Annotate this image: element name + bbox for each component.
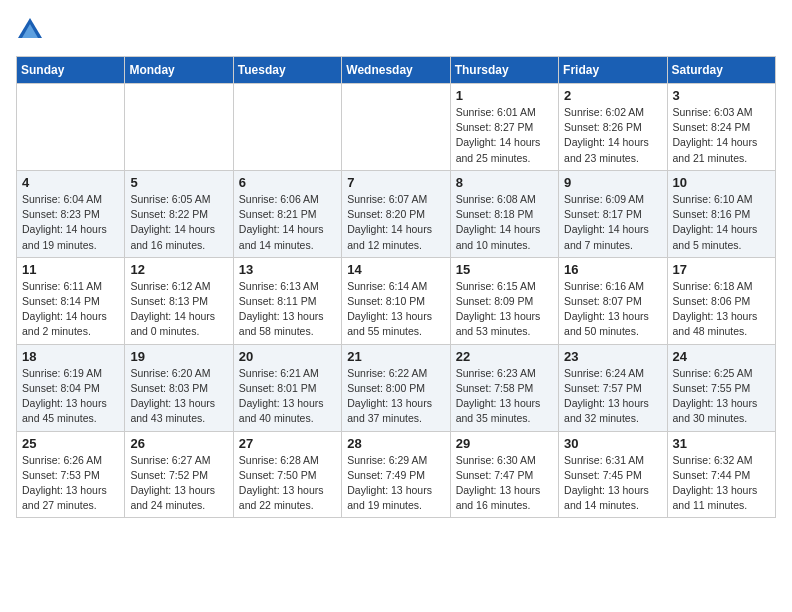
calendar-cell: 20Sunrise: 6:21 AM Sunset: 8:01 PM Dayli… xyxy=(233,344,341,431)
day-number: 9 xyxy=(564,175,661,190)
day-number: 20 xyxy=(239,349,336,364)
day-number: 23 xyxy=(564,349,661,364)
day-info: Sunrise: 6:30 AM Sunset: 7:47 PM Dayligh… xyxy=(456,453,553,514)
calendar-week-row: 4Sunrise: 6:04 AM Sunset: 8:23 PM Daylig… xyxy=(17,170,776,257)
day-number: 28 xyxy=(347,436,444,451)
day-number: 15 xyxy=(456,262,553,277)
day-number: 4 xyxy=(22,175,119,190)
calendar-cell: 30Sunrise: 6:31 AM Sunset: 7:45 PM Dayli… xyxy=(559,431,667,518)
day-info: Sunrise: 6:15 AM Sunset: 8:09 PM Dayligh… xyxy=(456,279,553,340)
calendar-cell: 18Sunrise: 6:19 AM Sunset: 8:04 PM Dayli… xyxy=(17,344,125,431)
day-number: 11 xyxy=(22,262,119,277)
day-number: 26 xyxy=(130,436,227,451)
calendar-table: SundayMondayTuesdayWednesdayThursdayFrid… xyxy=(16,56,776,518)
day-number: 8 xyxy=(456,175,553,190)
weekday-header-sunday: Sunday xyxy=(17,57,125,84)
day-number: 30 xyxy=(564,436,661,451)
day-info: Sunrise: 6:27 AM Sunset: 7:52 PM Dayligh… xyxy=(130,453,227,514)
day-number: 18 xyxy=(22,349,119,364)
day-info: Sunrise: 6:24 AM Sunset: 7:57 PM Dayligh… xyxy=(564,366,661,427)
weekday-header-thursday: Thursday xyxy=(450,57,558,84)
calendar-cell: 2Sunrise: 6:02 AM Sunset: 8:26 PM Daylig… xyxy=(559,84,667,171)
calendar-cell xyxy=(125,84,233,171)
day-info: Sunrise: 6:14 AM Sunset: 8:10 PM Dayligh… xyxy=(347,279,444,340)
day-info: Sunrise: 6:29 AM Sunset: 7:49 PM Dayligh… xyxy=(347,453,444,514)
day-info: Sunrise: 6:12 AM Sunset: 8:13 PM Dayligh… xyxy=(130,279,227,340)
weekday-header-saturday: Saturday xyxy=(667,57,775,84)
day-info: Sunrise: 6:05 AM Sunset: 8:22 PM Dayligh… xyxy=(130,192,227,253)
calendar-cell xyxy=(342,84,450,171)
day-info: Sunrise: 6:23 AM Sunset: 7:58 PM Dayligh… xyxy=(456,366,553,427)
calendar-cell: 15Sunrise: 6:15 AM Sunset: 8:09 PM Dayli… xyxy=(450,257,558,344)
day-info: Sunrise: 6:21 AM Sunset: 8:01 PM Dayligh… xyxy=(239,366,336,427)
calendar-cell: 28Sunrise: 6:29 AM Sunset: 7:49 PM Dayli… xyxy=(342,431,450,518)
calendar-cell: 23Sunrise: 6:24 AM Sunset: 7:57 PM Dayli… xyxy=(559,344,667,431)
calendar-cell: 1Sunrise: 6:01 AM Sunset: 8:27 PM Daylig… xyxy=(450,84,558,171)
logo xyxy=(16,16,48,44)
day-number: 24 xyxy=(673,349,770,364)
day-info: Sunrise: 6:13 AM Sunset: 8:11 PM Dayligh… xyxy=(239,279,336,340)
calendar-cell: 11Sunrise: 6:11 AM Sunset: 8:14 PM Dayli… xyxy=(17,257,125,344)
calendar-week-row: 25Sunrise: 6:26 AM Sunset: 7:53 PM Dayli… xyxy=(17,431,776,518)
calendar-cell: 24Sunrise: 6:25 AM Sunset: 7:55 PM Dayli… xyxy=(667,344,775,431)
day-number: 14 xyxy=(347,262,444,277)
calendar-week-row: 18Sunrise: 6:19 AM Sunset: 8:04 PM Dayli… xyxy=(17,344,776,431)
day-info: Sunrise: 6:18 AM Sunset: 8:06 PM Dayligh… xyxy=(673,279,770,340)
day-number: 5 xyxy=(130,175,227,190)
day-number: 19 xyxy=(130,349,227,364)
day-info: Sunrise: 6:08 AM Sunset: 8:18 PM Dayligh… xyxy=(456,192,553,253)
day-number: 3 xyxy=(673,88,770,103)
calendar-cell: 8Sunrise: 6:08 AM Sunset: 8:18 PM Daylig… xyxy=(450,170,558,257)
day-number: 21 xyxy=(347,349,444,364)
day-number: 1 xyxy=(456,88,553,103)
calendar-cell: 13Sunrise: 6:13 AM Sunset: 8:11 PM Dayli… xyxy=(233,257,341,344)
weekday-header-friday: Friday xyxy=(559,57,667,84)
day-number: 13 xyxy=(239,262,336,277)
day-info: Sunrise: 6:31 AM Sunset: 7:45 PM Dayligh… xyxy=(564,453,661,514)
calendar-cell: 7Sunrise: 6:07 AM Sunset: 8:20 PM Daylig… xyxy=(342,170,450,257)
day-info: Sunrise: 6:25 AM Sunset: 7:55 PM Dayligh… xyxy=(673,366,770,427)
calendar-cell: 9Sunrise: 6:09 AM Sunset: 8:17 PM Daylig… xyxy=(559,170,667,257)
day-info: Sunrise: 6:07 AM Sunset: 8:20 PM Dayligh… xyxy=(347,192,444,253)
page-header xyxy=(16,16,776,44)
day-number: 25 xyxy=(22,436,119,451)
calendar-cell: 29Sunrise: 6:30 AM Sunset: 7:47 PM Dayli… xyxy=(450,431,558,518)
day-info: Sunrise: 6:01 AM Sunset: 8:27 PM Dayligh… xyxy=(456,105,553,166)
day-number: 27 xyxy=(239,436,336,451)
day-info: Sunrise: 6:10 AM Sunset: 8:16 PM Dayligh… xyxy=(673,192,770,253)
calendar-cell xyxy=(17,84,125,171)
day-number: 6 xyxy=(239,175,336,190)
calendar-cell: 12Sunrise: 6:12 AM Sunset: 8:13 PM Dayli… xyxy=(125,257,233,344)
calendar-cell: 21Sunrise: 6:22 AM Sunset: 8:00 PM Dayli… xyxy=(342,344,450,431)
calendar-cell: 27Sunrise: 6:28 AM Sunset: 7:50 PM Dayli… xyxy=(233,431,341,518)
day-info: Sunrise: 6:20 AM Sunset: 8:03 PM Dayligh… xyxy=(130,366,227,427)
calendar-cell: 22Sunrise: 6:23 AM Sunset: 7:58 PM Dayli… xyxy=(450,344,558,431)
calendar-cell: 19Sunrise: 6:20 AM Sunset: 8:03 PM Dayli… xyxy=(125,344,233,431)
weekday-header-row: SundayMondayTuesdayWednesdayThursdayFrid… xyxy=(17,57,776,84)
day-number: 12 xyxy=(130,262,227,277)
calendar-cell: 3Sunrise: 6:03 AM Sunset: 8:24 PM Daylig… xyxy=(667,84,775,171)
day-info: Sunrise: 6:02 AM Sunset: 8:26 PM Dayligh… xyxy=(564,105,661,166)
day-info: Sunrise: 6:28 AM Sunset: 7:50 PM Dayligh… xyxy=(239,453,336,514)
day-number: 17 xyxy=(673,262,770,277)
day-info: Sunrise: 6:11 AM Sunset: 8:14 PM Dayligh… xyxy=(22,279,119,340)
day-info: Sunrise: 6:19 AM Sunset: 8:04 PM Dayligh… xyxy=(22,366,119,427)
calendar-cell: 31Sunrise: 6:32 AM Sunset: 7:44 PM Dayli… xyxy=(667,431,775,518)
calendar-cell: 5Sunrise: 6:05 AM Sunset: 8:22 PM Daylig… xyxy=(125,170,233,257)
day-number: 29 xyxy=(456,436,553,451)
weekday-header-wednesday: Wednesday xyxy=(342,57,450,84)
day-number: 31 xyxy=(673,436,770,451)
calendar-cell: 25Sunrise: 6:26 AM Sunset: 7:53 PM Dayli… xyxy=(17,431,125,518)
day-number: 22 xyxy=(456,349,553,364)
calendar-cell: 6Sunrise: 6:06 AM Sunset: 8:21 PM Daylig… xyxy=(233,170,341,257)
day-info: Sunrise: 6:16 AM Sunset: 8:07 PM Dayligh… xyxy=(564,279,661,340)
day-number: 10 xyxy=(673,175,770,190)
day-info: Sunrise: 6:03 AM Sunset: 8:24 PM Dayligh… xyxy=(673,105,770,166)
day-info: Sunrise: 6:26 AM Sunset: 7:53 PM Dayligh… xyxy=(22,453,119,514)
weekday-header-monday: Monday xyxy=(125,57,233,84)
day-info: Sunrise: 6:09 AM Sunset: 8:17 PM Dayligh… xyxy=(564,192,661,253)
calendar-cell: 26Sunrise: 6:27 AM Sunset: 7:52 PM Dayli… xyxy=(125,431,233,518)
weekday-header-tuesday: Tuesday xyxy=(233,57,341,84)
calendar-cell: 4Sunrise: 6:04 AM Sunset: 8:23 PM Daylig… xyxy=(17,170,125,257)
calendar-cell: 16Sunrise: 6:16 AM Sunset: 8:07 PM Dayli… xyxy=(559,257,667,344)
